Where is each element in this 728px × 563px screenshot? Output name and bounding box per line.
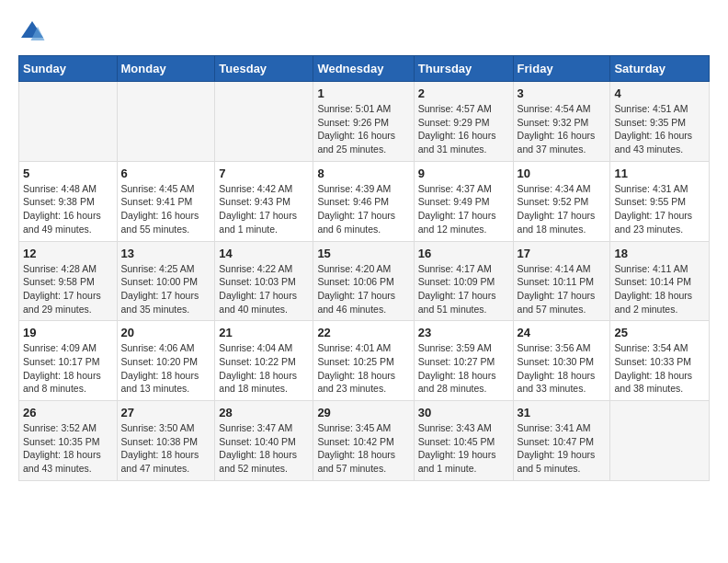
calendar-cell [610,401,710,481]
header-thursday: Thursday [414,56,513,82]
day-number: 22 [317,326,409,339]
day-number: 18 [614,247,705,260]
day-number: 27 [121,406,211,419]
calendar-cell: 18Sunrise: 4:11 AMSunset: 10:14 PMDaylig… [610,241,710,321]
day-info: Sunrise: 4:17 AMSunset: 10:09 PMDaylight… [418,262,509,316]
week-row-3: 12Sunrise: 4:28 AMSunset: 9:58 PMDayligh… [19,241,710,321]
logo [18,18,50,46]
day-info: Sunrise: 4:11 AMSunset: 10:14 PMDaylight… [614,262,705,316]
day-number: 29 [317,406,409,419]
day-number: 28 [219,406,309,419]
day-info: Sunrise: 4:25 AMSunset: 10:00 PMDaylight… [121,262,211,316]
day-info: Sunrise: 3:59 AMSunset: 10:27 PMDaylight… [418,341,509,396]
header-friday: Friday [513,56,610,82]
calendar-cell: 7Sunrise: 4:42 AMSunset: 9:43 PMDaylight… [215,161,313,241]
day-number: 20 [121,326,211,339]
calendar-cell: 23Sunrise: 3:59 AMSunset: 10:27 PMDaylig… [414,321,513,401]
calendar-cell: 3Sunrise: 4:54 AMSunset: 9:32 PMDaylight… [513,82,610,162]
calendar-cell: 11Sunrise: 4:31 AMSunset: 9:55 PMDayligh… [610,161,710,241]
header-wednesday: Wednesday [313,56,414,82]
header-monday: Monday [117,56,215,82]
day-info: Sunrise: 3:47 AMSunset: 10:40 PMDaylight… [219,421,309,476]
day-info: Sunrise: 3:54 AMSunset: 10:33 PMDaylight… [614,341,705,396]
day-info: Sunrise: 4:14 AMSunset: 10:11 PMDaylight… [518,262,607,316]
day-info: Sunrise: 3:50 AMSunset: 10:38 PMDaylight… [121,421,211,476]
week-row-2: 5Sunrise: 4:48 AMSunset: 9:38 PMDaylight… [19,161,710,241]
day-number: 21 [219,326,309,339]
calendar-cell: 27Sunrise: 3:50 AMSunset: 10:38 PMDaylig… [117,401,215,481]
day-info: Sunrise: 4:01 AMSunset: 10:25 PMDaylight… [317,341,409,396]
calendar-cell: 21Sunrise: 4:04 AMSunset: 10:22 PMDaylig… [215,321,313,401]
day-info: Sunrise: 3:45 AMSunset: 10:42 PMDaylight… [317,421,409,476]
calendar-cell: 10Sunrise: 4:34 AMSunset: 9:52 PMDayligh… [513,161,610,241]
day-number: 3 [518,86,607,100]
week-row-4: 19Sunrise: 4:09 AMSunset: 10:17 PMDaylig… [19,321,710,401]
day-info: Sunrise: 4:54 AMSunset: 9:32 PMDaylight:… [518,102,607,156]
header-saturday: Saturday [610,56,710,82]
day-number: 17 [518,247,607,260]
day-info: Sunrise: 3:56 AMSunset: 10:30 PMDaylight… [518,341,607,396]
day-number: 23 [418,326,509,339]
day-number: 2 [418,86,509,100]
calendar-cell: 9Sunrise: 4:37 AMSunset: 9:49 PMDaylight… [414,161,513,241]
day-info: Sunrise: 4:48 AMSunset: 9:38 PMDaylight:… [23,182,113,236]
calendar-cell: 19Sunrise: 4:09 AMSunset: 10:17 PMDaylig… [19,321,118,401]
day-number: 7 [219,167,309,180]
day-number: 16 [418,247,509,260]
day-info: Sunrise: 4:45 AMSunset: 9:41 PMDaylight:… [121,182,211,236]
day-info: Sunrise: 4:31 AMSunset: 9:55 PMDaylight:… [614,182,705,236]
day-number: 6 [121,167,211,180]
day-info: Sunrise: 4:09 AMSunset: 10:17 PMDaylight… [23,341,113,396]
calendar-cell: 13Sunrise: 4:25 AMSunset: 10:00 PMDaylig… [117,241,215,321]
header-sunday: Sunday [19,56,118,82]
day-number: 26 [23,406,113,419]
calendar-cell: 4Sunrise: 4:51 AMSunset: 9:35 PMDaylight… [610,82,710,162]
calendar-cell [215,82,313,162]
day-number: 25 [614,326,705,339]
calendar-cell: 31Sunrise: 3:41 AMSunset: 10:47 PMDaylig… [513,401,610,481]
day-number: 1 [317,86,409,100]
header-tuesday: Tuesday [215,56,313,82]
calendar-cell: 8Sunrise: 4:39 AMSunset: 9:46 PMDaylight… [313,161,414,241]
day-info: Sunrise: 4:06 AMSunset: 10:20 PMDaylight… [121,341,211,396]
day-number: 15 [317,247,409,260]
day-number: 4 [614,86,705,100]
day-number: 13 [121,247,211,260]
calendar-body: 1Sunrise: 5:01 AMSunset: 9:26 PMDaylight… [19,82,710,481]
logo-icon [18,18,46,46]
calendar-cell: 12Sunrise: 4:28 AMSunset: 9:58 PMDayligh… [19,241,118,321]
calendar-cell: 29Sunrise: 3:45 AMSunset: 10:42 PMDaylig… [313,401,414,481]
day-info: Sunrise: 4:57 AMSunset: 9:29 PMDaylight:… [418,102,509,156]
week-row-5: 26Sunrise: 3:52 AMSunset: 10:35 PMDaylig… [19,401,710,481]
calendar-cell: 2Sunrise: 4:57 AMSunset: 9:29 PMDaylight… [414,82,513,162]
day-info: Sunrise: 4:42 AMSunset: 9:43 PMDaylight:… [219,182,309,236]
calendar-cell: 15Sunrise: 4:20 AMSunset: 10:06 PMDaylig… [313,241,414,321]
day-info: Sunrise: 4:39 AMSunset: 9:46 PMDaylight:… [317,182,409,236]
day-info: Sunrise: 5:01 AMSunset: 9:26 PMDaylight:… [317,102,409,156]
calendar-cell: 16Sunrise: 4:17 AMSunset: 10:09 PMDaylig… [414,241,513,321]
calendar-cell: 5Sunrise: 4:48 AMSunset: 9:38 PMDaylight… [19,161,118,241]
day-number: 8 [317,167,409,180]
day-info: Sunrise: 4:34 AMSunset: 9:52 PMDaylight:… [518,182,607,236]
calendar-cell: 20Sunrise: 4:06 AMSunset: 10:20 PMDaylig… [117,321,215,401]
calendar-header: SundayMondayTuesdayWednesdayThursdayFrid… [19,56,710,82]
calendar-cell: 25Sunrise: 3:54 AMSunset: 10:33 PMDaylig… [610,321,710,401]
calendar-cell: 22Sunrise: 4:01 AMSunset: 10:25 PMDaylig… [313,321,414,401]
calendar-cell: 24Sunrise: 3:56 AMSunset: 10:30 PMDaylig… [513,321,610,401]
day-number: 5 [23,167,113,180]
day-info: Sunrise: 4:04 AMSunset: 10:22 PMDaylight… [219,341,309,396]
day-number: 19 [23,326,113,339]
day-info: Sunrise: 4:37 AMSunset: 9:49 PMDaylight:… [418,182,509,236]
calendar-cell: 17Sunrise: 4:14 AMSunset: 10:11 PMDaylig… [513,241,610,321]
day-number: 10 [518,167,607,180]
day-number: 11 [614,167,705,180]
calendar-cell: 6Sunrise: 4:45 AMSunset: 9:41 PMDaylight… [117,161,215,241]
day-number: 24 [518,326,607,339]
calendar-cell: 14Sunrise: 4:22 AMSunset: 10:03 PMDaylig… [215,241,313,321]
day-number: 31 [518,406,607,419]
calendar-cell: 26Sunrise: 3:52 AMSunset: 10:35 PMDaylig… [19,401,118,481]
day-info: Sunrise: 4:22 AMSunset: 10:03 PMDaylight… [219,262,309,316]
header-row: SundayMondayTuesdayWednesdayThursdayFrid… [19,56,710,82]
day-number: 30 [418,406,509,419]
day-number: 14 [219,247,309,260]
